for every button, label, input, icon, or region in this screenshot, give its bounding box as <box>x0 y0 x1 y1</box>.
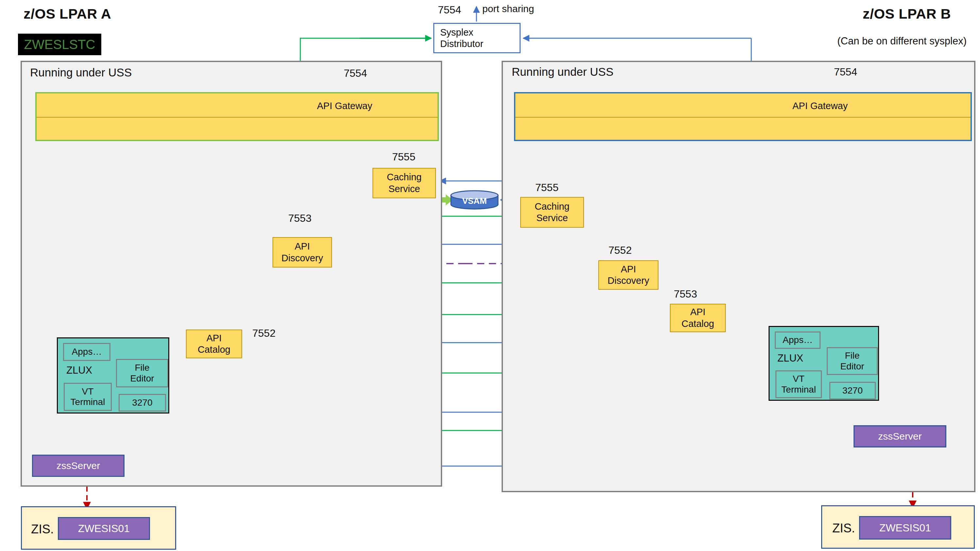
zss-server-a: zssServer <box>32 455 124 477</box>
caching-port-b: 7555 <box>535 182 558 194</box>
catalog-port-b: 7553 <box>674 288 697 300</box>
zlux-3270-a: 3270 <box>119 394 166 411</box>
zlux-apps-a: Apps… <box>63 343 110 361</box>
api-gateway-a: API Gateway <box>35 92 439 141</box>
uss-header-b: Running under USS <box>512 65 613 78</box>
api-discovery-a: API Discovery <box>272 237 332 267</box>
discovery-port-a: 7553 <box>288 212 312 224</box>
api-catalog-b: API Catalog <box>670 304 726 332</box>
api-catalog-a: API Catalog <box>186 330 242 358</box>
uss-header-a: Running under USS <box>30 66 132 79</box>
gateway-port-b: 7554 <box>834 66 857 78</box>
caching-service-b: Caching Service <box>520 197 584 228</box>
zis-box-a: ZIS. ZWESIS01 <box>21 506 176 550</box>
zlux-3270-b: 3270 <box>829 382 876 399</box>
catalog-port-a: 7552 <box>252 327 275 339</box>
caching-service-a: Caching Service <box>372 168 436 198</box>
api-gateway-b: API Gateway <box>514 92 972 141</box>
caching-port-a: 7555 <box>392 151 415 163</box>
gateway-divider <box>37 117 438 118</box>
zlux-box-b: Apps… ZLUX File Editor VT Terminal 3270 <box>768 326 879 401</box>
lpar-b-title: z/OS LPAR B <box>784 6 951 22</box>
zlux-box-a: Apps… ZLUX File Editor VT Terminal 3270 <box>57 337 169 413</box>
sysplex-distributor-box: Sysplex Distributor <box>433 23 520 53</box>
lpar-b-note: (Can be on different sysplex) <box>784 35 967 47</box>
zowe-ha-architecture-diagram: z/OS LPAR A ZWESLSTC z/OS LPAR B (Can be… <box>0 0 980 551</box>
port-sharing-port: 7554 <box>438 4 461 16</box>
vsam-label: VSAM <box>453 196 496 206</box>
zlux-title-a: ZLUX <box>66 365 92 376</box>
zlux-vt-terminal-a: VT Terminal <box>64 383 112 411</box>
gateway-label-b: API Gateway <box>792 101 848 111</box>
zweslstc-badge: ZWESLSTC <box>18 33 101 55</box>
zlux-apps-b: Apps… <box>775 332 821 349</box>
api-discovery-b: API Discovery <box>598 260 659 290</box>
zlux-file-editor-a: File Editor <box>116 359 168 387</box>
zlux-file-editor-b: File Editor <box>827 347 878 375</box>
gateway-label-a: API Gateway <box>317 101 372 111</box>
port-sharing-label: port sharing <box>482 3 534 14</box>
zlux-title-b: ZLUX <box>777 353 803 364</box>
zis-box-b: ZIS. ZWESIS01 <box>821 505 975 549</box>
discovery-port-b: 7552 <box>608 244 632 256</box>
zwesis01-a: ZWESIS01 <box>58 517 150 540</box>
zis-label-a: ZIS. <box>31 522 54 536</box>
zss-server-b: zssServer <box>854 425 947 448</box>
zlux-vt-terminal-b: VT Terminal <box>775 370 822 398</box>
lpar-a-title: z/OS LPAR A <box>24 6 111 22</box>
zwesis01-b: ZWESIS01 <box>859 516 951 540</box>
gateway-divider <box>515 117 970 118</box>
zis-label-b: ZIS. <box>832 521 855 535</box>
gateway-port-a: 7554 <box>344 67 367 79</box>
